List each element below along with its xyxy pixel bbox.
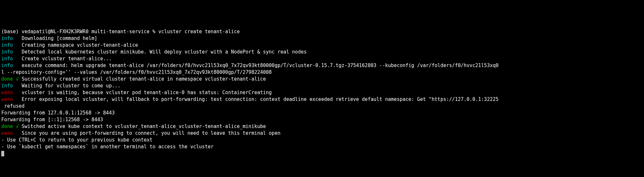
terminal-line: info Creating namespace vcluster-tenant-… bbox=[1, 42, 643, 49]
terminal-line: info Detected local kubernetes cluster m… bbox=[1, 49, 643, 55]
terminal-line: - Use `kubectl get namespaces` in anothe… bbox=[1, 143, 643, 150]
terminal-line: info Waiting for vcluster to come up... bbox=[1, 83, 643, 89]
terminal-text: - Use `kubectl get namespaces` in anothe… bbox=[1, 144, 213, 150]
warn-label: warn bbox=[1, 130, 13, 136]
terminal-text: Create vcluster tenant-alice... bbox=[13, 56, 112, 62]
terminal-line: refused bbox=[1, 103, 643, 110]
warn-label: warn bbox=[1, 90, 13, 95]
terminal-text: Switched active kube context to vcluster… bbox=[22, 123, 266, 129]
terminal-text: Since you are using port-forwarding to c… bbox=[13, 130, 280, 136]
terminal-text: - Use CTRL+C to return to your previous … bbox=[1, 137, 153, 143]
cursor-icon bbox=[1, 151, 4, 156]
terminal-text: vcluster is waiting, because vcluster po… bbox=[13, 90, 272, 95]
info-label: info bbox=[1, 63, 13, 68]
terminal-text: Downloading [command helm] bbox=[13, 35, 97, 41]
terminal-line: info Downloading [command helm] bbox=[1, 35, 643, 42]
terminal-text: Successfully created virtual cluster ten… bbox=[22, 76, 266, 82]
terminal-text: Detected local kubernetes cluster miniku… bbox=[13, 49, 307, 55]
check-icon: √ bbox=[13, 123, 22, 129]
cursor-line bbox=[1, 150, 643, 157]
terminal-line: done √ Switched active kube context to v… bbox=[1, 123, 643, 130]
terminal-text: Error exposing local vcluster, will fall… bbox=[13, 96, 498, 102]
info-label: info bbox=[1, 56, 13, 62]
terminal-text: Creating namespace vcluster-tenant-alice bbox=[13, 42, 138, 48]
terminal-line: warn vcluster is waiting, because vclust… bbox=[1, 89, 643, 96]
terminal-line: l --repository-config='' --values /var/f… bbox=[1, 69, 643, 76]
terminal-text: refused bbox=[1, 103, 24, 109]
terminal-line: warn Error exposing local vcluster, will… bbox=[1, 96, 643, 103]
info-label: info bbox=[1, 42, 13, 48]
check-icon: √ bbox=[13, 76, 22, 82]
terminal-text: Forwarding from [::1]:12568 -> 8443 bbox=[1, 117, 103, 123]
info-label: info bbox=[1, 35, 13, 41]
terminal-line: done √ Successfully created virtual clus… bbox=[1, 76, 643, 83]
terminal-line: info execute command: helm upgrade tenan… bbox=[1, 62, 643, 69]
terminal-output: (base) vedapatil@NL-FXH2K3RWR0 multi-ten… bbox=[1, 28, 643, 157]
terminal-line: - Use CTRL+C to return to your previous … bbox=[1, 137, 643, 143]
terminal-text: Forwarding from 127.0.0.1:12568 -> 8443 bbox=[1, 110, 115, 116]
terminal-text: Waiting for vcluster to come up... bbox=[13, 83, 120, 89]
done-label: done bbox=[1, 76, 13, 82]
terminal-line: Forwarding from 127.0.0.1:12568 -> 8443 bbox=[1, 110, 643, 116]
terminal-line: (base) vedapatil@NL-FXH2K3RWR0 multi-ten… bbox=[1, 28, 643, 35]
terminal-text: (base) vedapatil@NL-FXH2K3RWR0 multi-ten… bbox=[1, 29, 240, 34]
terminal-text: execute command: helm upgrade tenant-ali… bbox=[13, 63, 498, 68]
done-label: done bbox=[1, 123, 13, 129]
terminal-line: warn Since you are using port-forwarding… bbox=[1, 130, 643, 137]
info-label: info bbox=[1, 49, 13, 55]
terminal-text: l --repository-config='' --values /var/f… bbox=[1, 69, 272, 75]
warn-label: warn bbox=[1, 96, 13, 102]
terminal-line: info Create vcluster tenant-alice... bbox=[1, 55, 643, 62]
terminal-line: Forwarding from [::1]:12568 -> 8443 bbox=[1, 116, 643, 123]
info-label: info bbox=[1, 83, 13, 89]
